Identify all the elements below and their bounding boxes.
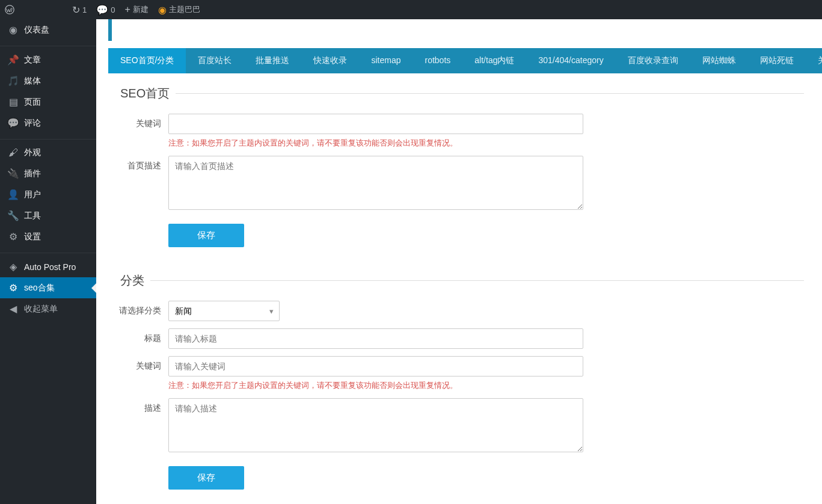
category-legend: 分类 [114, 272, 150, 289]
sidebar-item-posts[interactable]: 📌 文章 [0, 49, 96, 70]
tab-baidu-query[interactable]: 百度收录查询 [616, 48, 690, 73]
refresh-item[interactable]: ↻ 1 [67, 0, 91, 19]
tab-fast-index[interactable]: 快速收录 [301, 48, 359, 73]
sidebar-label: 插件 [24, 168, 41, 179]
tab-nav: SEO首页/分类 百度站长 批量推送 快速收录 sitemap rotbots … [108, 48, 822, 73]
sidebar-label: 评论 [24, 118, 41, 129]
desc-label: 首页描述 [114, 156, 168, 171]
plus-icon: + [124, 4, 130, 15]
tab-keyword-rank[interactable]: 关键词排名 [806, 48, 822, 73]
category-keyword-label: 关键词 [114, 356, 168, 372]
refresh-count: 1 [82, 5, 87, 14]
tab-site-spider[interactable]: 网站蜘蛛 [690, 48, 748, 73]
tab-sitemap[interactable]: sitemap [359, 48, 413, 73]
wrench-icon: 🔧 [7, 210, 19, 221]
select-category-label: 请选择分类 [114, 301, 168, 316]
comment-icon: 💬 [7, 117, 19, 129]
tab-robots[interactable]: rotbots [413, 48, 463, 73]
sidebar-separator [0, 250, 96, 253]
dashboard-icon: ◉ [7, 24, 19, 35]
category-select[interactable]: 新闻 [168, 301, 280, 321]
tab-alt-tag[interactable]: alt/tag内链 [462, 48, 526, 73]
sidebar-item-settings[interactable]: ⚙ 设置 [0, 226, 96, 247]
sidebar-label: Auto Post Pro [24, 262, 76, 272]
theme-icon: ◉ [158, 4, 167, 16]
sidebar-label: 页面 [24, 97, 41, 108]
sidebar-item-appearance[interactable]: 🖌 外观 [0, 143, 96, 163]
comments-item[interactable]: 💬 0 [91, 0, 120, 19]
title-label: 标题 [114, 328, 168, 344]
sidebar-item-comments[interactable]: 💬 评论 [0, 112, 96, 134]
tab-redirect[interactable]: 301/404/category [526, 48, 615, 73]
sidebar-label: 外观 [24, 147, 41, 158]
refresh-icon: ↻ [72, 4, 80, 16]
new-item[interactable]: + 新建 [120, 0, 153, 19]
sidebar-collapse[interactable]: ◀ 收起菜单 [0, 298, 96, 319]
sidebar-separator [0, 137, 96, 140]
admin-sidebar: ◉ 仪表盘 📌 文章 🎵 媒体 ▤ 页面 💬 评论 🖌 外观 🔌 插件 👤 用户… [0, 19, 96, 504]
seo-home-legend: SEO首页 [114, 85, 176, 102]
sidebar-label: 工具 [24, 211, 41, 221]
collapse-icon: ◀ [7, 303, 19, 315]
sidebar-item-pages[interactable]: ▤ 页面 [0, 91, 96, 112]
home-desc-textarea[interactable] [168, 156, 583, 210]
sidebar-item-tools[interactable]: 🔧 工具 [0, 205, 96, 226]
comments-count: 0 [111, 5, 115, 14]
sidebar-label: 仪表盘 [24, 25, 49, 35]
home-keyword-input[interactable] [168, 114, 583, 134]
category-desc-label: 描述 [114, 398, 168, 414]
sidebar-separator [0, 43, 96, 46]
save-button-category[interactable]: 保存 [168, 466, 244, 490]
sidebar-item-users[interactable]: 👤 用户 [0, 184, 96, 205]
category-keyword-hint: 注意：如果您开启了主题内设置的关键词，请不要重复该功能否则会出现重复情况。 [168, 380, 583, 391]
wp-logo[interactable] [0, 0, 19, 19]
theme-label: 主题巴巴 [169, 4, 200, 15]
sidebar-item-autopost[interactable]: ◈ Auto Post Pro [0, 256, 96, 277]
gear-icon: ⚙ [7, 282, 19, 293]
category-keyword-input[interactable] [168, 356, 583, 376]
sidebar-item-seo[interactable]: ⚙ seo合集 [0, 277, 96, 298]
slider-icon: ⚙ [7, 231, 19, 242]
autopost-icon: ◈ [7, 261, 19, 272]
new-label: 新建 [133, 4, 149, 15]
keyword-label: 关键词 [114, 114, 168, 129]
sidebar-label: 文章 [24, 55, 41, 66]
save-button-home[interactable]: 保存 [168, 224, 244, 247]
tab-seo-home[interactable]: SEO首页/分类 [108, 48, 186, 73]
header-accent-bar [108, 19, 822, 41]
sidebar-label: 收起菜单 [24, 304, 58, 315]
pin-icon: 📌 [7, 54, 19, 66]
sidebar-item-plugins[interactable]: 🔌 插件 [0, 163, 96, 184]
user-icon: 👤 [7, 189, 19, 200]
admin-bar: ↻ 1 💬 0 + 新建 ◉ 主题巴巴 [0, 0, 822, 19]
media-icon: 🎵 [7, 75, 19, 87]
sidebar-item-dashboard[interactable]: ◉ 仪表盘 [0, 19, 96, 40]
category-title-input[interactable] [168, 328, 583, 349]
sidebar-label: seo合集 [24, 283, 55, 293]
brush-icon: 🖌 [7, 147, 19, 158]
sidebar-label: 用户 [24, 189, 41, 200]
page-icon: ▤ [7, 96, 19, 108]
main-content: SEO首页/分类 百度站长 批量推送 快速收录 sitemap rotbots … [96, 19, 822, 504]
sidebar-label: 媒体 [24, 76, 41, 87]
tab-baidu-master[interactable]: 百度站长 [186, 48, 244, 73]
category-fieldset: 分类 请选择分类 新闻 标题 关键词 [114, 272, 804, 504]
theme-item[interactable]: ◉ 主题巴巴 [153, 0, 205, 19]
sidebar-label: 设置 [24, 232, 41, 242]
keyword-hint: 注意：如果您开启了主题内设置的关键词，请不要重复该功能否则会出现重复情况。 [168, 138, 583, 149]
category-desc-textarea[interactable] [168, 398, 583, 452]
sidebar-item-media[interactable]: 🎵 媒体 [0, 70, 96, 91]
seo-home-fieldset: SEO首页 关键词 注意：如果您开启了主题内设置的关键词，请不要重复该功能否则会… [114, 85, 804, 266]
plug-icon: 🔌 [7, 168, 19, 179]
tab-batch-push[interactable]: 批量推送 [244, 48, 301, 73]
tab-site-dead[interactable]: 网站死链 [748, 48, 806, 73]
comment-icon: 💬 [96, 4, 108, 16]
